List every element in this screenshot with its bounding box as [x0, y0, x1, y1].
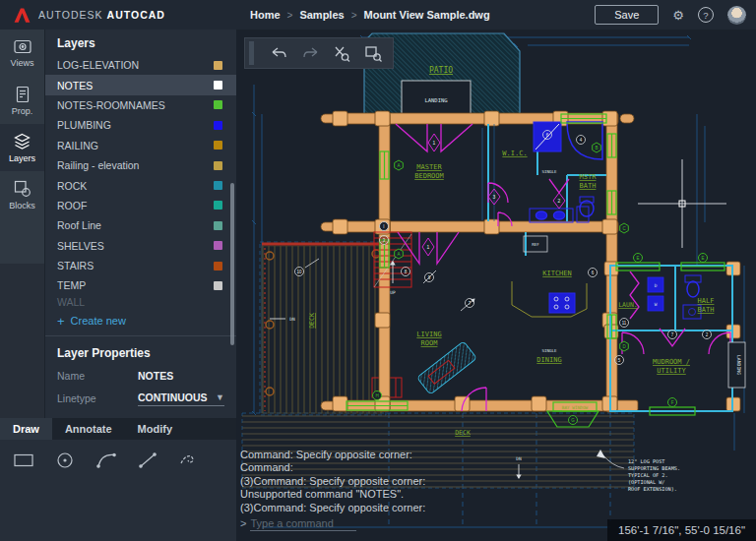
layer-color-swatch[interactable]	[214, 121, 222, 130]
room-label-kitchen: KITCHEN	[542, 270, 572, 277]
settings-gear-icon[interactable]: ⚙	[672, 9, 684, 22]
left-rail: Views Prop. Layers Blocks	[0, 30, 44, 418]
room-label-living-2: ROOM	[421, 339, 438, 347]
label-dn-left: DN	[289, 317, 295, 322]
note-line: (OPTIONAL W/	[628, 479, 664, 485]
arc-tool-button[interactable]	[93, 450, 120, 471]
linetype-label: Linetype	[57, 392, 138, 404]
rectangle-tool-button[interactable]	[10, 450, 37, 471]
layer-color-swatch[interactable]	[214, 161, 222, 170]
layer-color-swatch[interactable]	[214, 221, 222, 230]
layer-row[interactable]: SHELVES	[45, 236, 236, 256]
layer-row[interactable]: ROOF	[45, 196, 236, 215]
layers-panel: Layers LOG-ELEVATION NOTES NOTES-ROOMNAM…	[44, 30, 236, 418]
line-tool-button[interactable]	[134, 450, 161, 471]
layer-row[interactable]: Railing - elevation	[45, 155, 236, 175]
layer-row[interactable]: LOG-ELEVATION	[45, 55, 236, 75]
layer-name: TEMP	[57, 279, 86, 291]
layer-color-swatch[interactable]	[214, 81, 222, 90]
layer-row[interactable]: ROCK	[45, 175, 236, 195]
layer-name: Roof Line	[57, 219, 101, 231]
canvas-toolbar	[244, 37, 394, 69]
zoom-object-icon[interactable]	[333, 45, 351, 62]
layer-color-swatch[interactable]	[214, 100, 222, 109]
layer-name: WALL	[57, 296, 85, 308]
sidebar-item-layers[interactable]: Layers	[0, 124, 44, 171]
layer-row[interactable]: TEMP	[45, 275, 236, 295]
fireplace	[417, 341, 477, 394]
command-history-line: Unsupported command "NOTES".	[240, 488, 425, 502]
layer-row[interactable]: Roof Line	[45, 215, 236, 235]
sidebar-item-blocks[interactable]: Blocks	[0, 171, 44, 218]
room-label-mstr-2: BATH	[580, 182, 597, 190]
layer-color-swatch[interactable]	[214, 141, 222, 150]
room-label-mudroom-2: UTILITY	[657, 367, 686, 375]
breadcrumb: Home > Samples > Mount View Sample.dwg	[236, 9, 490, 21]
polyline-tool-button[interactable]	[175, 450, 203, 471]
label-dryer: D	[655, 283, 658, 288]
note-line: TYPICAL OF 2.	[628, 472, 668, 478]
sidebar-item-views[interactable]: Views	[0, 30, 44, 77]
layer-row-partial[interactable]: WALL	[45, 296, 236, 309]
layer-row[interactable]: NOTES	[45, 75, 236, 94]
undo-icon[interactable]	[270, 45, 288, 61]
circle-tool-button[interactable]	[51, 450, 79, 471]
rail-label-blocks: Blocks	[9, 201, 35, 210]
user-avatar[interactable]	[727, 6, 746, 25]
layer-row[interactable]: NOTES-ROOMNAMES	[45, 95, 236, 115]
save-button[interactable]: Save	[595, 5, 659, 25]
tab-modify[interactable]: Modify	[125, 418, 185, 440]
create-new-label: Create new	[71, 315, 126, 327]
layer-color-swatch[interactable]	[214, 181, 222, 190]
svg-text:1: 1	[427, 244, 430, 250]
room-label-landing-top: LANDING	[424, 97, 447, 103]
layer-name: LOG-ELEVATION	[57, 59, 139, 71]
layer-color-swatch[interactable]	[214, 61, 222, 70]
tab-draw[interactable]: Draw	[0, 418, 52, 440]
svg-text:B: B	[595, 146, 598, 150]
properties-icon	[14, 86, 32, 103]
layer-row[interactable]: RAILING	[45, 136, 236, 155]
layer-color-swatch[interactable]	[214, 241, 222, 250]
tool-tabbar: Draw Annotate Modify	[0, 418, 236, 440]
layer-row[interactable]: PLUMBING	[45, 115, 236, 135]
layer-properties-title: Layer Properties	[45, 336, 236, 365]
command-input[interactable]	[250, 517, 356, 531]
layer-name: NOTES-ROOMNAMES	[57, 99, 165, 111]
layers-scrollbar[interactable]	[230, 183, 234, 345]
room-label-half-1: HALF	[698, 297, 715, 305]
line-icon	[136, 451, 159, 470]
draw-tools-panel: Draw Annotate Modify	[0, 418, 236, 541]
sidebar-item-properties[interactable]: Prop.	[0, 77, 44, 124]
svg-text:1: 1	[433, 140, 436, 146]
linetype-dropdown[interactable]: CONTINUOUS ▼	[138, 391, 224, 406]
layer-name: Railing - elevation	[57, 159, 139, 171]
toolbar-drag-handle[interactable]	[249, 41, 254, 65]
svg-text:E: E	[636, 256, 639, 261]
svg-text:10: 10	[296, 270, 302, 274]
layer-name: ROOF	[57, 200, 87, 211]
breadcrumb-samples[interactable]: Samples	[299, 9, 344, 21]
zoom-window-icon[interactable]	[364, 45, 383, 62]
room-label-living-1: LIVING	[416, 331, 441, 338]
rail-filler	[0, 264, 44, 418]
chevron-down-icon: ▼	[216, 392, 224, 402]
svg-text:H: H	[375, 393, 378, 398]
svg-text:2: 2	[558, 198, 561, 204]
layer-color-swatch[interactable]	[214, 281, 222, 290]
label-single-1: SINGLE	[541, 169, 557, 174]
breadcrumb-home[interactable]: Home	[250, 9, 281, 21]
create-new-layer-button[interactable]: + Create new	[45, 309, 236, 336]
layer-row[interactable]: STAIRS	[45, 256, 236, 275]
crosshair-cursor	[638, 159, 726, 248]
svg-text:I: I	[383, 224, 384, 229]
layer-color-swatch[interactable]	[214, 201, 222, 210]
redo-icon[interactable]	[301, 45, 320, 61]
note-line: 12" LOG POST	[628, 458, 664, 464]
arc-icon	[94, 451, 118, 470]
command-history-line: Command: Specify opposite corner:	[240, 449, 425, 462]
layer-color-swatch[interactable]	[214, 262, 222, 270]
help-icon[interactable]: ?	[698, 7, 714, 23]
tab-annotate[interactable]: Annotate	[52, 418, 125, 440]
drawing-canvas[interactable]: 1 1 3 2	[236, 30, 756, 541]
